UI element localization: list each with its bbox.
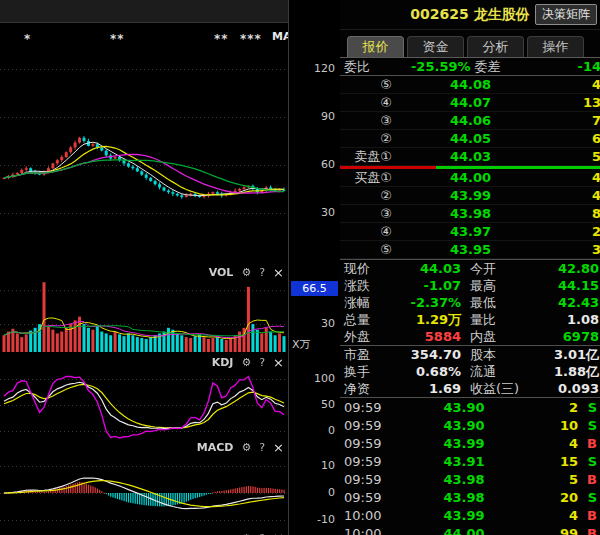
tab-报价[interactable]: 报价 [347, 36, 404, 57]
level-volume: 5 [549, 149, 600, 164]
trading-terminal: 《展开 * ** ** *** MA VOL ⚙ ? × [0, 0, 600, 535]
axis-tick-label: 30 [321, 206, 335, 219]
info-label: 今开 [470, 260, 496, 278]
tick-side: B [578, 472, 600, 487]
buy-level-row[interactable]: ②43.994 [340, 187, 600, 205]
info-value: 6978 [496, 329, 600, 344]
level-volume: 6 [549, 131, 600, 146]
info-row: 涨幅-2.37%最低42.43 [340, 294, 600, 311]
level-price: 44.03 [392, 149, 549, 164]
tick-price: 43.90 [392, 400, 536, 415]
buy-level-row[interactable]: 买盘①44.004 [340, 169, 600, 187]
info-cell: 最低42.43 [464, 294, 600, 312]
info-row: 市盈354.70股本3.01亿 [340, 346, 600, 363]
buy-level-row[interactable]: ③43.988 [340, 205, 600, 223]
close-icon[interactable]: × [273, 442, 284, 453]
sell-level-row[interactable]: ③44.067 [340, 112, 600, 130]
info-label: 涨幅 [344, 294, 370, 312]
info-cell: 今开42.80 [464, 260, 600, 278]
weicha-value: -14 [501, 59, 600, 74]
help-icon[interactable]: ? [259, 266, 265, 279]
info-label: 最低 [470, 294, 496, 312]
tab-资金[interactable]: 资金 [407, 36, 464, 57]
tick-volume: 10 [536, 418, 578, 433]
info-cell: 股本3.01亿 [464, 346, 600, 364]
tick-side: S [578, 418, 600, 433]
sell-level-row[interactable]: ②44.056 [340, 130, 600, 148]
sell-level-row[interactable]: ④44.0713 [340, 94, 600, 112]
gear-icon[interactable]: ⚙ [241, 356, 251, 369]
weibi-value: -25.59% [370, 59, 475, 74]
info-cell: 最高44.15 [464, 277, 600, 295]
tick-side: S [578, 490, 600, 505]
level-price: 43.99 [392, 188, 549, 203]
candlestick-canvas[interactable] [0, 53, 288, 264]
level-price: 44.00 [392, 170, 549, 185]
close-icon[interactable]: × [273, 267, 284, 278]
tick-side: B [578, 526, 600, 535]
buy-level-row[interactable]: ④43.972 [340, 223, 600, 241]
tick-side: B [578, 436, 600, 451]
quote-tabs: 报价资金分析操作 [340, 30, 600, 58]
info-value: 0.68% [370, 364, 464, 379]
tick-volume: 20 [536, 490, 578, 505]
axis-tick-label: 90 [321, 110, 335, 123]
info-label: 内盘 [470, 328, 496, 346]
level-volume: 8 [549, 206, 600, 221]
info-value: 42.43 [496, 295, 600, 310]
info-value: 0.093 [519, 381, 600, 396]
info-value: -1.07 [370, 278, 464, 293]
info-value: 44.03 [370, 261, 464, 276]
tick-trade-row: 09:5943.9010S [340, 416, 600, 434]
info-cell: 外盘5884 [340, 328, 464, 346]
level-volume: 4 [549, 170, 600, 185]
level-volume: 13 [549, 95, 600, 110]
level-price: 43.98 [392, 206, 549, 221]
price-axis: 12090603066.530X万100500100-10 [288, 0, 340, 535]
kdj-panel: KDJ ⚙ ? × [0, 354, 288, 439]
macd-panel-header: MACD ⚙ ? × [197, 441, 284, 454]
info-cell: 总量1.29万 [340, 311, 464, 329]
info-row: 净资1.69收益(三)0.093 [340, 380, 600, 397]
level-price: 44.07 [392, 95, 549, 110]
axis-tick-label: 0 [328, 486, 335, 499]
volume-current-badge: 66.5 [291, 281, 338, 296]
tick-trade-list[interactable]: 09:5943.902S09:5943.9010S09:5943.994B09:… [340, 398, 600, 535]
info-value: 1.69 [370, 381, 464, 396]
weibi-row: 委比 -25.59% 委差 -14 [340, 58, 600, 76]
level-name: ④ [340, 95, 392, 110]
info-value: 1.29万 [370, 311, 464, 329]
info-value: 5884 [370, 329, 464, 344]
buy-level-row[interactable]: ⑤43.953 [340, 241, 600, 259]
level-name: ⑤ [340, 242, 392, 257]
level-name: ② [340, 188, 392, 203]
macd-panel: MACD ⚙ ? × ⚙ ? × [0, 439, 288, 535]
decision-matrix-button[interactable]: 决策矩阵 [535, 4, 597, 25]
tick-time: 09:59 [340, 418, 392, 433]
tick-trade-row: 09:5943.9115S [340, 452, 600, 470]
gear-icon[interactable]: ⚙ [241, 441, 251, 454]
tick-side: B [578, 508, 600, 523]
sell-levels: ⑤44.084④44.0713③44.067②44.056卖盘①44.035 [340, 76, 600, 166]
info-label: 股本 [470, 346, 496, 364]
level-name: 买盘① [340, 169, 392, 187]
sell-level-row[interactable]: 卖盘①44.035 [340, 148, 600, 166]
tick-volume: 99 [536, 526, 578, 535]
gear-icon[interactable]: ⚙ [241, 266, 251, 279]
close-icon[interactable]: × [273, 357, 284, 368]
level-volume: 3 [549, 242, 600, 257]
info-value: 1.88亿 [496, 363, 600, 381]
help-icon[interactable]: ? [259, 356, 265, 369]
info-row: 涨跌-1.07最高44.15 [340, 277, 600, 294]
info-cell: 现价44.03 [340, 260, 464, 278]
info-label: 量比 [470, 311, 496, 329]
level-price: 44.05 [392, 131, 549, 146]
tick-trade-row: 09:5943.985B [340, 470, 600, 488]
axis-tick-label: 60 [321, 158, 335, 171]
help-icon[interactable]: ? [259, 441, 265, 454]
sell-level-row[interactable]: ⑤44.084 [340, 76, 600, 94]
tab-操作[interactable]: 操作 [527, 36, 584, 57]
tick-price: 44.00 [392, 526, 536, 535]
tab-分析[interactable]: 分析 [467, 36, 524, 57]
kdj-panel-header: KDJ ⚙ ? × [212, 356, 284, 369]
